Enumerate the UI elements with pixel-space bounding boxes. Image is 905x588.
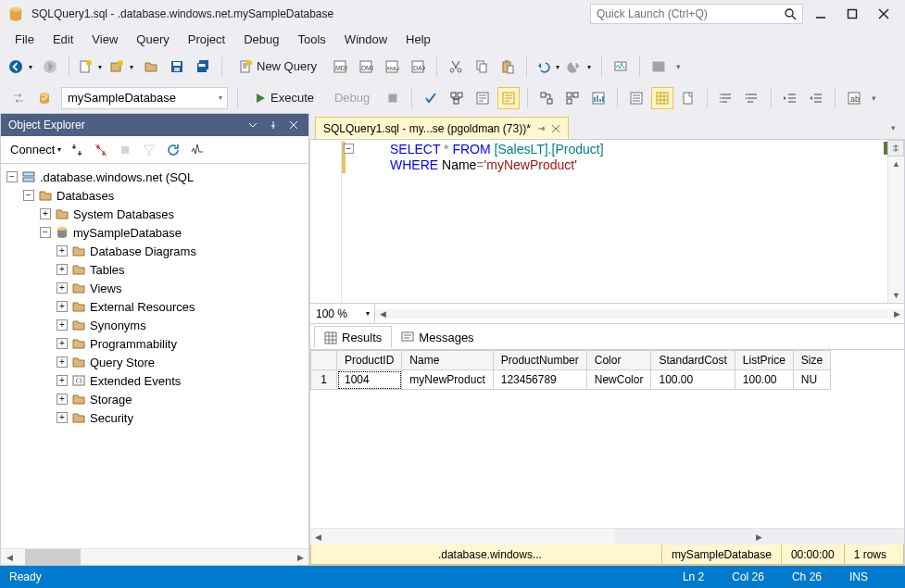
object-explorer-tree[interactable]: − .database.windows.net (SQL − Databases…	[1, 164, 308, 548]
expand-icon[interactable]: +	[57, 357, 68, 368]
expand-icon[interactable]: +	[57, 394, 68, 405]
decrease-indent-button[interactable]	[779, 87, 801, 109]
expand-icon[interactable]: +	[57, 338, 68, 349]
available-databases-icon[interactable]	[33, 87, 56, 109]
save-all-button[interactable]	[192, 56, 214, 78]
table-row[interactable]: 1 1004 myNewProduct 123456789 NewColor 1…	[311, 370, 831, 390]
database-selector[interactable]: mySampleDatabase	[61, 87, 228, 109]
tree-synonyms-node[interactable]: +Synonyms	[3, 316, 307, 334]
doc-tabs-overflow[interactable]: ▾	[886, 117, 899, 139]
copy-button[interactable]	[471, 56, 493, 78]
expand-icon[interactable]: +	[57, 375, 68, 386]
collapse-icon[interactable]: −	[6, 171, 18, 182]
cell-size[interactable]: NU	[793, 370, 830, 390]
cell-listprice[interactable]: 100.00	[735, 370, 793, 390]
sql-editor[interactable]: − SELECT * FROM [SalesLT].[Product] WHER…	[309, 139, 905, 304]
tree-server-node[interactable]: − .database.windows.net (SQL	[3, 168, 307, 186]
panel-pin-icon[interactable]	[266, 118, 281, 132]
cell-productnumber[interactable]: 123456789	[493, 370, 586, 390]
increase-indent-button[interactable]	[805, 87, 827, 109]
results-tab[interactable]: Results	[314, 326, 392, 348]
include-plan-button[interactable]	[535, 87, 558, 109]
uncomment-button[interactable]	[741, 87, 763, 109]
tab-close-icon[interactable]	[551, 124, 560, 133]
specify-values-button[interactable]: ab	[843, 87, 865, 109]
tree-extres-node[interactable]: +External Resources	[3, 297, 307, 316]
cell-color[interactable]: NewColor	[586, 370, 651, 390]
scroll-right-icon[interactable]: ▶	[292, 549, 308, 565]
tree-storage-node[interactable]: +Storage	[3, 390, 307, 408]
menu-view[interactable]: View	[82, 30, 127, 49]
cell-productid[interactable]: 1004	[337, 370, 402, 390]
col-name[interactable]: Name	[402, 351, 493, 370]
results-to-grid-button[interactable]	[651, 87, 673, 109]
menu-window[interactable]: Window	[335, 30, 396, 49]
scroll-thumb[interactable]	[25, 549, 81, 565]
tree-databases-node[interactable]: − Databases	[3, 186, 307, 205]
menu-project[interactable]: Project	[179, 30, 234, 49]
refresh-oe-icon[interactable]	[163, 140, 183, 160]
scroll-left-icon[interactable]: ◀	[1, 549, 18, 565]
toolbar2-overflow[interactable]: ▾	[867, 87, 880, 109]
editor-hscrollbar[interactable]: ◀▶	[375, 309, 904, 319]
nav-back-button[interactable]	[7, 56, 35, 78]
outline-collapse-icon[interactable]: −	[344, 144, 354, 154]
results-grid[interactable]: ProductID Name ProductNumber Color Stand…	[310, 350, 904, 528]
expand-icon[interactable]: +	[57, 264, 68, 275]
tree-diagrams-node[interactable]: +Database Diagrams	[3, 242, 307, 260]
menu-tools[interactable]: Tools	[289, 30, 335, 49]
execute-button[interactable]: Execute	[245, 87, 322, 109]
quick-launch-input[interactable]: Quick Launch (Ctrl+Q)	[590, 4, 803, 24]
connect-button[interactable]: Connect	[6, 141, 65, 158]
panel-dropdown-icon[interactable]	[245, 118, 260, 132]
expand-icon[interactable]: +	[57, 245, 68, 256]
expand-icon[interactable]: +	[57, 412, 68, 423]
menu-query[interactable]: Query	[127, 30, 178, 49]
toolbar-overflow[interactable]: ▾	[672, 56, 685, 78]
comment-button[interactable]	[715, 87, 737, 109]
tree-sysdb-node[interactable]: + System Databases	[3, 205, 307, 223]
close-button[interactable]	[870, 4, 898, 24]
query-options-button[interactable]	[471, 87, 494, 109]
intellisense-button[interactable]	[497, 87, 520, 109]
estimated-plan-button[interactable]	[446, 87, 468, 109]
new-item-button[interactable]	[77, 56, 105, 78]
col-listprice[interactable]: ListPrice	[735, 351, 793, 370]
results-hscrollbar[interactable]: ◀ ▶	[310, 528, 904, 544]
scroll-right-icon[interactable]: ▶	[615, 529, 905, 544]
object-explorer-hscrollbar[interactable]: ◀ ▶	[1, 548, 308, 565]
document-tab[interactable]: SQLQuery1.sql - my...se (pgoldman (73))*	[315, 117, 569, 139]
expand-icon[interactable]: +	[40, 208, 51, 219]
pin-icon[interactable]	[536, 124, 546, 133]
new-query-button[interactable]: New Query	[230, 56, 325, 78]
messages-tab[interactable]: Messages	[392, 327, 483, 347]
collapse-icon[interactable]: −	[40, 227, 51, 238]
dmx-query-button[interactable]: DMX	[355, 56, 377, 78]
cell-name[interactable]: myNewProduct	[402, 370, 493, 390]
collapse-icon[interactable]: −	[23, 190, 34, 201]
expand-icon[interactable]: +	[57, 301, 68, 312]
tree-security-node[interactable]: +Security	[3, 408, 307, 427]
panel-close-icon[interactable]	[286, 118, 301, 132]
col-standardcost[interactable]: StandardCost	[651, 351, 735, 370]
tree-mydb-node[interactable]: − mySampleDatabase	[3, 223, 307, 242]
results-to-text-button[interactable]	[625, 87, 647, 109]
tree-querystore-node[interactable]: +Query Store	[3, 353, 307, 371]
open-file-button[interactable]	[140, 56, 162, 78]
expand-icon[interactable]: +	[57, 319, 68, 331]
client-stats-button[interactable]	[587, 87, 610, 109]
code-area[interactable]: SELECT * FROM [SalesLT].[Product] WHERE …	[342, 140, 904, 303]
split-editor-icon[interactable]	[887, 140, 904, 156]
expand-icon[interactable]: +	[57, 282, 68, 294]
xmla-query-button[interactable]: XMLA	[381, 56, 403, 78]
menu-edit[interactable]: Edit	[44, 30, 82, 49]
save-button[interactable]	[166, 56, 188, 78]
tree-programmability-node[interactable]: +Programmability	[3, 334, 307, 353]
col-productid[interactable]: ProductID	[337, 351, 402, 370]
col-size[interactable]: Size	[793, 351, 830, 370]
cell-standardcost[interactable]: 100.00	[651, 370, 735, 390]
de-query-button[interactable]: MDX	[329, 56, 351, 78]
tree-tables-node[interactable]: +Tables	[3, 260, 307, 279]
editor-vscrollbar[interactable]: ▲▼	[887, 156, 904, 303]
activity-oe-icon[interactable]	[187, 140, 207, 160]
